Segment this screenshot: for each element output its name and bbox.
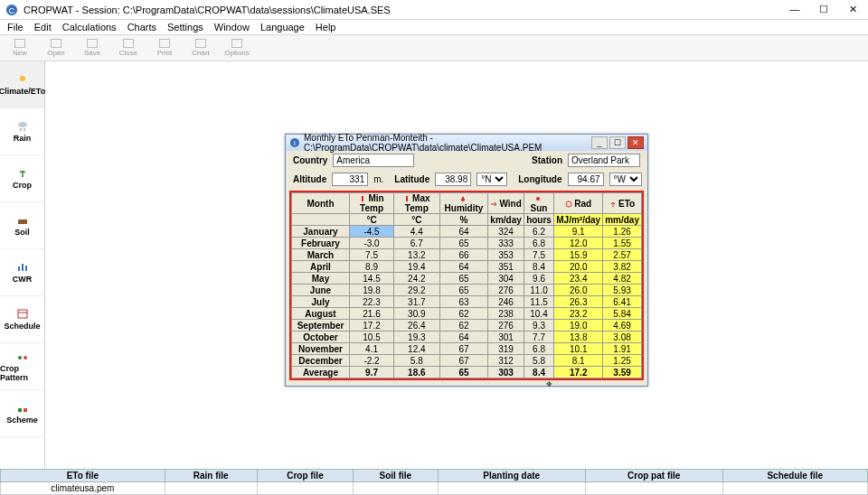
data-cell[interactable]: 12.4 (394, 343, 439, 355)
data-cell[interactable]: 15.9 (554, 249, 603, 261)
data-cell[interactable]: 17.2 (350, 320, 394, 332)
data-cell[interactable]: 65 (439, 238, 488, 249)
data-cell[interactable]: 4.1 (350, 343, 394, 355)
toolbar-open[interactable]: Open (38, 35, 74, 61)
data-cell[interactable]: 67 (439, 343, 488, 355)
data-cell[interactable]: 11.5 (524, 296, 553, 308)
data-cell[interactable]: 13.8 (554, 332, 603, 343)
station-input[interactable] (568, 154, 640, 167)
data-cell[interactable]: 7.5 (524, 249, 553, 261)
data-cell[interactable]: 8.1 (554, 355, 603, 367)
data-cell[interactable]: 1.25 (603, 355, 642, 367)
data-cell[interactable]: 65 (439, 273, 488, 285)
subwindow-titlebar[interactable]: i Monthly ETo Penman-Monteith - C:\Progr… (286, 135, 647, 151)
data-cell[interactable]: 324 (488, 226, 524, 238)
menu-edit[interactable]: Edit (34, 22, 52, 33)
data-cell[interactable]: 6.41 (603, 296, 642, 308)
menu-help[interactable]: Help (316, 22, 336, 33)
data-cell[interactable]: 62 (439, 308, 488, 320)
latitude-dir-select[interactable]: °N (476, 173, 507, 186)
data-cell[interactable]: 31.7 (394, 296, 439, 308)
data-cell[interactable]: 9.3 (524, 320, 553, 332)
data-cell[interactable]: 67 (439, 355, 488, 367)
data-cell[interactable]: 7.5 (350, 249, 394, 261)
data-cell[interactable]: 14.5 (350, 273, 394, 285)
data-cell[interactable]: 5.84 (603, 308, 642, 320)
data-cell[interactable]: 1.26 (603, 226, 642, 238)
data-cell[interactable]: 22.3 (350, 296, 394, 308)
toolbar-print[interactable]: Print (146, 35, 183, 61)
data-cell[interactable]: 2.57 (603, 249, 642, 261)
longitude-dir-select[interactable]: °W (609, 173, 642, 186)
data-cell[interactable]: 23.4 (554, 273, 603, 285)
data-cell[interactable]: 10.4 (524, 308, 553, 320)
data-cell[interactable]: 4.82 (603, 273, 642, 285)
close-button[interactable]: ✕ (846, 4, 859, 15)
data-cell[interactable]: 1.91 (603, 343, 642, 355)
sidebar-item-rain[interactable]: Rain (0, 108, 44, 155)
data-cell[interactable]: 238 (488, 308, 524, 320)
sidebar-item-schedule[interactable]: Schedule (0, 296, 44, 343)
data-cell[interactable]: 62 (439, 320, 488, 332)
data-cell[interactable]: 64 (439, 332, 488, 343)
data-cell[interactable]: 301 (488, 332, 524, 343)
data-cell[interactable]: 11.0 (524, 285, 553, 296)
data-cell[interactable]: 64 (439, 226, 488, 238)
data-cell[interactable]: 6.8 (524, 343, 553, 355)
data-cell[interactable]: 23.2 (554, 308, 603, 320)
data-cell[interactable]: 304 (488, 273, 524, 285)
data-cell[interactable]: 19.3 (394, 332, 439, 343)
maximize-button[interactable]: ☐ (817, 4, 830, 15)
data-cell[interactable]: 353 (488, 249, 524, 261)
data-cell[interactable]: 9.6 (524, 273, 553, 285)
data-cell[interactable]: 19.4 (394, 261, 439, 273)
data-cell[interactable]: 12.0 (554, 238, 603, 249)
data-cell[interactable]: 7.7 (524, 332, 553, 343)
data-cell[interactable]: 6.8 (524, 238, 553, 249)
data-cell[interactable]: 8.4 (524, 261, 553, 273)
data-cell[interactable]: 19.0 (554, 320, 603, 332)
data-cell[interactable]: 5.8 (394, 355, 439, 367)
data-cell[interactable]: 10.1 (554, 343, 603, 355)
data-cell[interactable]: 21.6 (350, 308, 394, 320)
menu-calculations[interactable]: Calculations (62, 22, 117, 33)
data-cell[interactable]: 4.69 (603, 320, 642, 332)
menu-language[interactable]: Language (260, 22, 305, 33)
menu-file[interactable]: File (7, 22, 24, 33)
data-cell[interactable]: 66 (439, 249, 488, 261)
data-cell[interactable]: 6.2 (524, 226, 553, 238)
toolbar-options[interactable]: Options (219, 35, 255, 61)
altitude-input[interactable] (332, 173, 368, 186)
data-cell[interactable]: 276 (488, 285, 524, 296)
data-cell[interactable]: 64 (439, 261, 488, 273)
toolbar-new[interactable]: New (2, 35, 38, 61)
data-cell[interactable]: 26.3 (554, 296, 603, 308)
data-cell[interactable]: 20.0 (554, 261, 603, 273)
data-cell[interactable]: 351 (488, 261, 524, 273)
sidebar-item-cwr[interactable]: CWR (0, 249, 44, 296)
data-cell[interactable]: 8.9 (350, 261, 394, 273)
data-cell[interactable]: 30.9 (394, 308, 439, 320)
data-cell[interactable]: 333 (488, 238, 524, 249)
sidebar-item-crop-pattern[interactable]: Crop Pattern (0, 343, 44, 390)
menu-window[interactable]: Window (214, 22, 250, 33)
data-cell[interactable]: 13.2 (394, 249, 439, 261)
data-cell[interactable]: 10.5 (350, 332, 394, 343)
data-cell[interactable]: 9.1 (554, 226, 603, 238)
data-cell[interactable]: -3.0 (350, 238, 394, 249)
data-cell[interactable]: 276 (488, 320, 524, 332)
data-cell[interactable]: 5.8 (524, 355, 553, 367)
data-cell[interactable]: 26.4 (394, 320, 439, 332)
data-cell[interactable]: 246 (488, 296, 524, 308)
data-cell[interactable]: 3.08 (603, 332, 642, 343)
data-cell[interactable]: 1.55 (603, 238, 642, 249)
latitude-input[interactable] (435, 173, 471, 186)
sidebar-item-climate[interactable]: Climate/ETo (0, 61, 44, 108)
data-cell[interactable]: -2.2 (350, 355, 394, 367)
menu-settings[interactable]: Settings (167, 22, 203, 33)
country-input[interactable] (333, 154, 414, 167)
data-cell[interactable]: 24.2 (394, 273, 439, 285)
sidebar-item-crop[interactable]: Crop (0, 155, 44, 202)
sidebar-item-scheme[interactable]: Scheme (0, 390, 44, 437)
toolbar-close[interactable]: Close (110, 35, 146, 61)
